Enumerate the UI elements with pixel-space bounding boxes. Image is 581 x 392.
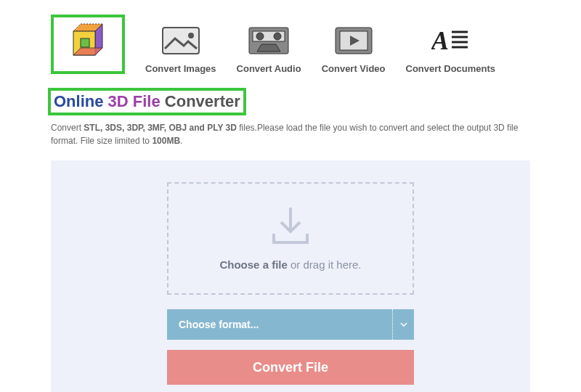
nav-label: Convert Audio bbox=[237, 63, 301, 74]
dropzone-text: Choose a file or drag it here. bbox=[219, 258, 361, 271]
top-nav: Convert Images Convert Audio Convert Vid… bbox=[0, 0, 581, 85]
logo-highlight bbox=[51, 15, 125, 74]
svg-point-10 bbox=[274, 33, 281, 40]
nav-convert-video[interactable]: Convert Video bbox=[322, 25, 386, 74]
svg-text:A: A bbox=[431, 28, 449, 54]
format-select[interactable]: Choose format... bbox=[167, 309, 414, 340]
svg-rect-3 bbox=[81, 38, 89, 47]
cassette-icon bbox=[247, 25, 290, 56]
page-title-highlight: Online 3D File Converter bbox=[48, 88, 246, 115]
format-select-label: Choose format... bbox=[167, 319, 259, 330]
chevron-down-icon bbox=[392, 309, 414, 340]
nav-label: Convert Documents bbox=[406, 63, 496, 74]
title-part-converter: Converter bbox=[165, 92, 240, 110]
nav-label: Convert Images bbox=[145, 63, 216, 74]
upload-panel: Choose a file or drag it here. Choose fo… bbox=[51, 160, 530, 392]
nav-convert-audio[interactable]: Convert Audio bbox=[237, 25, 301, 74]
title-part-3dfile: 3D File bbox=[108, 92, 161, 110]
svg-rect-5 bbox=[163, 28, 199, 54]
image-icon bbox=[159, 25, 203, 56]
video-icon bbox=[332, 25, 375, 56]
svg-point-9 bbox=[256, 33, 264, 40]
nav-label: Convert Video bbox=[322, 63, 386, 74]
page-title: Online 3D File Converter bbox=[54, 92, 240, 111]
download-icon bbox=[269, 206, 312, 245]
title-part-online: Online bbox=[54, 92, 103, 110]
description: Convert STL, 3DS, 3DP, 3MF, OBJ and PLY … bbox=[0, 121, 581, 147]
file-dropzone[interactable]: Choose a file or drag it here. bbox=[167, 182, 414, 295]
convert-button[interactable]: Convert File bbox=[167, 350, 414, 385]
svg-point-6 bbox=[188, 33, 194, 38]
svg-marker-11 bbox=[257, 44, 280, 52]
document-icon: A bbox=[428, 25, 472, 56]
nav-convert-documents[interactable]: A Convert Documents bbox=[406, 25, 496, 74]
logo-3d-cube-icon[interactable] bbox=[56, 20, 120, 69]
nav-convert-images[interactable]: Convert Images bbox=[145, 25, 216, 74]
